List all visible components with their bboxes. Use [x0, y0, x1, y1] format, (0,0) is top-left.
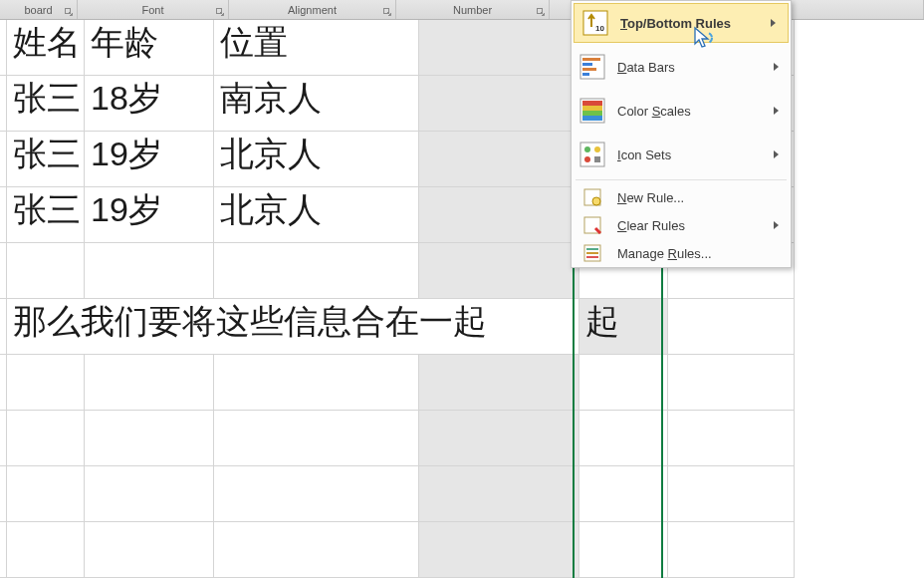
- svg-rect-12: [582, 101, 602, 106]
- svg-point-17: [584, 146, 590, 152]
- cell[interactable]: [85, 243, 214, 299]
- cell[interactable]: [419, 243, 579, 299]
- cell[interactable]: [579, 355, 668, 411]
- row-gutter: [0, 20, 7, 76]
- ribbon-group-Alignment: Alignment: [229, 0, 396, 19]
- cell[interactable]: 18岁: [85, 76, 214, 132]
- databars-icon: [578, 52, 607, 82]
- svg-rect-8: [582, 63, 592, 66]
- cell[interactable]: [419, 411, 579, 466]
- svg-rect-10: [582, 73, 589, 76]
- cell[interactable]: [419, 466, 579, 522]
- row-gutter: [0, 243, 7, 299]
- cell[interactable]: [579, 466, 668, 522]
- cell[interactable]: [214, 355, 419, 411]
- cell[interactable]: 位置: [214, 20, 419, 76]
- chevron-right-icon: [774, 107, 779, 115]
- cell[interactable]: 张三: [7, 76, 85, 132]
- menu-separator: [576, 179, 787, 180]
- dialog-launcher-icon[interactable]: [64, 7, 74, 17]
- menu-item-newrule[interactable]: New Rule...: [572, 183, 791, 211]
- cell[interactable]: [214, 522, 419, 578]
- dialog-launcher-icon[interactable]: [382, 7, 392, 17]
- cell[interactable]: [668, 411, 795, 466]
- iconsets-icon: [578, 140, 607, 169]
- cell[interactable]: [419, 76, 579, 132]
- table-row: 那么我们要将这些信息合在一起起: [0, 299, 924, 355]
- cell[interactable]: [214, 466, 419, 522]
- cell[interactable]: [419, 355, 579, 411]
- newrule-icon: [582, 187, 602, 207]
- dialog-launcher-icon[interactable]: [215, 7, 225, 17]
- cell[interactable]: 张三: [7, 132, 85, 187]
- svg-rect-9: [582, 68, 596, 71]
- clearrules-icon: [582, 215, 602, 235]
- row-gutter: [0, 187, 7, 243]
- table-row: [0, 355, 924, 411]
- chevron-right-icon: [774, 221, 779, 229]
- menu-item-iconsets[interactable]: Icon Sets: [572, 133, 791, 176]
- svg-point-19: [584, 156, 590, 162]
- menu-item-label: Top/Bottom Rules: [620, 16, 761, 31]
- cell[interactable]: [85, 355, 214, 411]
- cell[interactable]: [419, 187, 579, 243]
- cell[interactable]: 张三: [7, 187, 85, 243]
- cell[interactable]: [419, 20, 579, 76]
- svg-rect-14: [582, 111, 602, 116]
- table-row: [0, 466, 924, 522]
- menu-item-managerules[interactable]: Manage Rules...: [572, 239, 791, 267]
- ribbon-group-label: Font: [141, 4, 163, 16]
- menu-item-colorscales[interactable]: Color Scales: [572, 89, 791, 133]
- menu-item-label: Color Scales: [617, 104, 764, 119]
- cell[interactable]: 北京人: [214, 187, 419, 243]
- menu-item-label: Data Bars: [617, 60, 764, 75]
- dialog-launcher-icon[interactable]: [536, 7, 546, 17]
- cell[interactable]: [85, 411, 214, 466]
- row-gutter: [0, 466, 7, 522]
- row-gutter: [0, 132, 7, 187]
- table-row: [0, 522, 924, 578]
- mouse-cursor: [693, 26, 713, 54]
- cell[interactable]: [85, 466, 214, 522]
- row-gutter: [0, 76, 7, 132]
- topbottom-icon: 10: [580, 8, 610, 38]
- cell[interactable]: [7, 522, 85, 578]
- menu-item-topbottom[interactable]: 10Top/Bottom Rules: [574, 3, 789, 43]
- cell[interactable]: [214, 243, 419, 299]
- menu-item-databars[interactable]: Data Bars: [572, 45, 791, 89]
- cell[interactable]: [668, 522, 795, 578]
- cell[interactable]: 北京人: [214, 132, 419, 187]
- ribbon-group-Font: Font: [78, 0, 229, 19]
- cell[interactable]: [7, 243, 85, 299]
- merged-text-cell[interactable]: 那么我们要将这些信息合在一起: [7, 299, 579, 355]
- cell[interactable]: [668, 355, 795, 411]
- cell[interactable]: [579, 522, 668, 578]
- chevron-right-icon: [771, 19, 776, 27]
- row-gutter: [0, 355, 7, 411]
- cell[interactable]: [7, 466, 85, 522]
- cell[interactable]: 19岁: [85, 187, 214, 243]
- cell[interactable]: [419, 522, 579, 578]
- ribbon-group-label: Alignment: [288, 4, 337, 16]
- menu-item-clearrules[interactable]: Clear Rules: [572, 211, 791, 239]
- cell[interactable]: [85, 522, 214, 578]
- cell[interactable]: [668, 299, 795, 355]
- colorscales-icon: [578, 96, 607, 126]
- menu-item-label: Manage Rules...: [617, 246, 783, 261]
- svg-rect-13: [582, 106, 602, 111]
- cell[interactable]: 年龄: [85, 20, 214, 76]
- cell[interactable]: [214, 411, 419, 466]
- cell[interactable]: 姓名: [7, 20, 85, 76]
- ribbon-group-board: board: [0, 0, 78, 19]
- cell[interactable]: 起: [579, 299, 668, 355]
- cell[interactable]: 南京人: [214, 76, 419, 132]
- cell[interactable]: [579, 411, 668, 466]
- ribbon-group-label: board: [24, 4, 52, 16]
- svg-rect-16: [580, 143, 604, 166]
- cell[interactable]: [7, 411, 85, 466]
- cell[interactable]: [668, 466, 795, 522]
- cell[interactable]: [7, 355, 85, 411]
- cell[interactable]: [419, 132, 579, 187]
- row-gutter: [0, 299, 7, 355]
- cell[interactable]: 19岁: [85, 132, 214, 187]
